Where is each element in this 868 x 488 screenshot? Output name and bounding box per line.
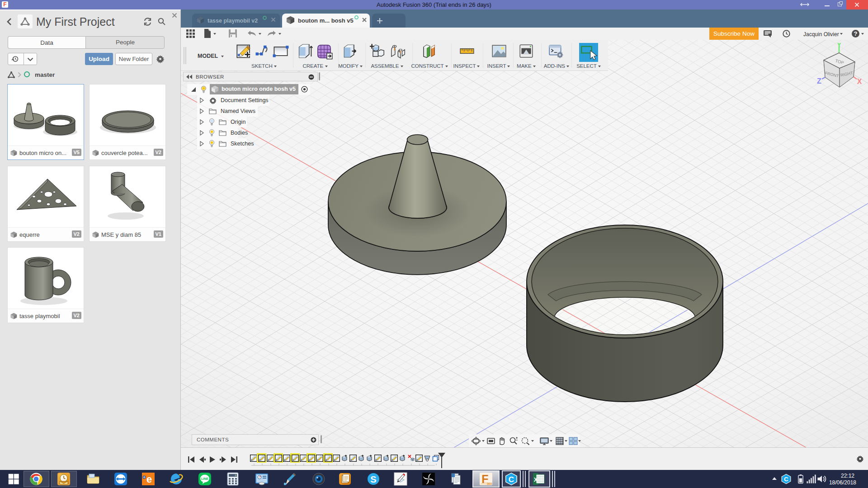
svg-text:e: e [146,474,152,485]
svg-text:LINE: LINE [201,477,208,480]
svg-text:0: 0 [235,474,236,477]
svg-text:360: 360 [487,482,492,485]
svg-text:S: S [370,474,376,484]
svg-text:Y: Y [837,43,842,49]
svg-text:X: X [534,476,538,483]
svg-text:C: C [784,476,788,483]
svg-text:X: X [857,78,862,85]
svg-text:Z: Z [817,77,821,85]
svg-text:C: C [509,475,514,484]
